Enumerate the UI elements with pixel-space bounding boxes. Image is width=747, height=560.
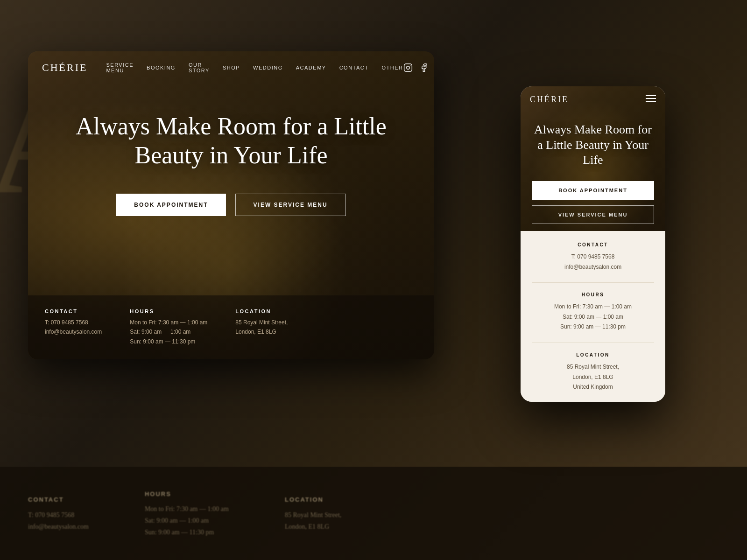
contact-email: info@beautysalon.com <box>45 327 102 336</box>
instagram-icon[interactable] <box>403 63 413 72</box>
location-address1-desktop: 85 Royal Mint Street, <box>235 318 288 327</box>
mobile-divider-1 <box>532 282 654 283</box>
mobile-divider-2 <box>532 343 654 343</box>
nav-booking[interactable]: BOOKING <box>147 65 176 70</box>
contact-phone: T: 070 9485 7568 <box>45 318 102 327</box>
mobile-card: CHÉRIE Always Make Room for a Little Bea… <box>521 86 665 402</box>
mobile-hero-title: Always Make Room for a Little Beauty in … <box>532 122 654 168</box>
mobile-hours-saturday: Sat: 9:00 am — 1:00 am <box>532 312 654 322</box>
desktop-hero-title: Always Make Room for a Little Beauty in … <box>42 112 420 170</box>
contact-title: CONTACT <box>45 308 102 314</box>
mobile-book-button[interactable]: BOOK APPOINTMENT <box>532 181 654 200</box>
mobile-menu-icon[interactable] <box>646 95 656 105</box>
mobile-location-address2: London, E1 8LG <box>532 372 654 383</box>
bg-footer-hours: HOURS Mon to Fri: 7:30 am — 1:00 am Sat:… <box>145 489 229 539</box>
desktop-nav-links: SERVICE MENU BOOKING OUR STORY SHOP WEDD… <box>106 62 403 73</box>
mobile-location-address3: United Kingdom <box>532 382 654 392</box>
desktop-logo: CHÉRIE <box>42 62 87 74</box>
desktop-footer-contact: CONTACT T: 070 9485 7568 info@beautysalo… <box>45 308 102 346</box>
mobile-hero-section: CHÉRIE Always Make Room for a Little Bea… <box>521 86 665 231</box>
desktop-hero: Always Make Room for a Little Beauty in … <box>28 84 434 235</box>
hours-sunday: Sun: 9:00 am — 11:30 pm <box>130 337 207 346</box>
mobile-contact-email: info@beautysalon.com <box>532 262 654 273</box>
svg-rect-0 <box>404 64 412 72</box>
desktop-nav: CHÉRIE SERVICE MENU BOOKING OUR STORY SH… <box>28 51 434 84</box>
desktop-hero-buttons: BOOK APPOINTMENT VIEW SERVICE MENU <box>42 194 420 216</box>
desktop-nav-icons <box>403 63 429 72</box>
mobile-contact-title: CONTACT <box>532 242 654 247</box>
mobile-contact-phone: T: 070 9485 7568 <box>532 252 654 262</box>
nav-other[interactable]: OTHER <box>382 65 403 70</box>
mobile-hours-title: HOURS <box>532 292 654 297</box>
desktop-card: CHÉRIE SERVICE MENU BOOKING OUR STORY SH… <box>28 51 434 359</box>
svg-point-1 <box>406 66 409 70</box>
bg-footer-contact: CONTACT T: 070 9485 7568 info@beautysalo… <box>28 494 89 532</box>
desktop-book-button[interactable]: BOOK APPOINTMENT <box>116 194 226 216</box>
nav-service-menu[interactable]: SERVICE MENU <box>106 62 134 73</box>
nav-wedding[interactable]: WEDDING <box>253 65 283 70</box>
desktop-footer-hours: HOURS Mon to Fri: 7:30 am — 1:00 am Sat:… <box>130 308 207 346</box>
mobile-service-menu-button[interactable]: VIEW SERVICE MENU <box>532 205 654 224</box>
hours-weekday: Mon to Fri: 7:30 am — 1:00 am <box>130 318 207 327</box>
mobile-info-section: CONTACT T: 070 9485 7568 info@beautysalo… <box>521 231 665 402</box>
location-title-desktop: LOCATION <box>235 308 288 314</box>
nav-shop[interactable]: SHOP <box>223 65 240 70</box>
mobile-hours-sunday: Sun: 9:00 am — 11:30 pm <box>532 322 654 332</box>
nav-our-story[interactable]: OUR STORY <box>189 62 210 73</box>
mobile-location-title: LOCATION <box>532 352 654 357</box>
facebook-icon[interactable] <box>419 63 429 72</box>
bg-footer-location: LOCATION 85 Royal Mint Street, London, E… <box>285 494 341 532</box>
desktop-service-menu-button[interactable]: VIEW SERVICE MENU <box>235 194 346 216</box>
location-address2-desktop: London, E1 8LG <box>235 327 288 336</box>
svg-point-2 <box>409 65 410 66</box>
mobile-location-address1: 85 Royal Mint Street, <box>532 362 654 372</box>
hours-title: HOURS <box>130 308 207 314</box>
bg-footer: CONTACT T: 070 9485 7568 info@beautysalo… <box>0 467 747 560</box>
desktop-footer-location: LOCATION 85 Royal Mint Street, London, E… <box>235 308 288 346</box>
mobile-contact: CONTACT T: 070 9485 7568 info@beautysalo… <box>532 242 654 272</box>
hours-saturday: Sat: 9:00 am — 1:00 am <box>130 327 207 336</box>
mobile-hours: HOURS Mon to Fri: 7:30 am — 1:00 am Sat:… <box>532 292 654 332</box>
nav-contact[interactable]: CONTACT <box>339 65 369 70</box>
mobile-location: LOCATION 85 Royal Mint Street, London, E… <box>532 352 654 392</box>
mobile-hours-weekday: Mon to Fri: 7:30 am — 1:00 am <box>532 302 654 312</box>
nav-academy[interactable]: ACADEMY <box>296 65 326 70</box>
desktop-footer: CONTACT T: 070 9485 7568 info@beautysalo… <box>28 295 434 359</box>
mobile-hero-content: Always Make Room for a Little Beauty in … <box>521 113 665 231</box>
mobile-nav: CHÉRIE <box>521 86 665 113</box>
mobile-logo: CHÉRIE <box>530 95 569 105</box>
